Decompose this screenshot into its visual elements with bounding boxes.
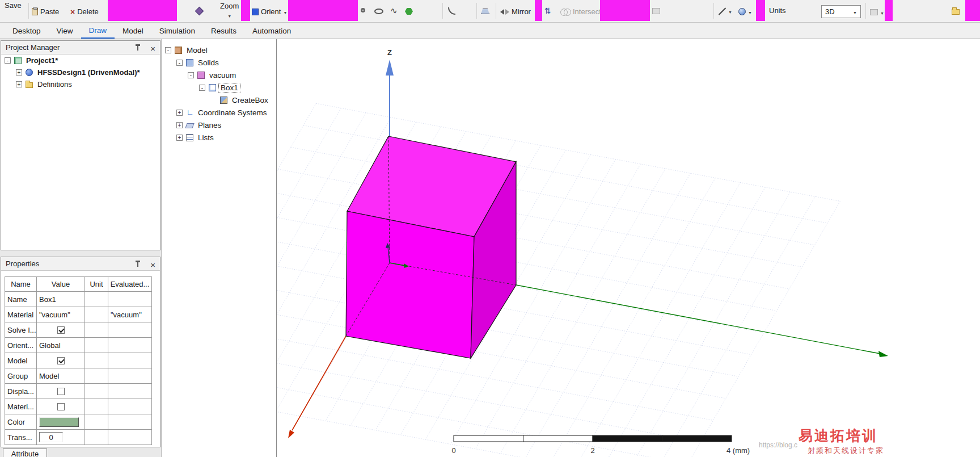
zoom-button[interactable]: Zoom [220,2,239,19]
tree-item-createbox[interactable]: CreateBox [162,94,276,106]
tree-label-coordinate-systems[interactable]: Coordinate Systems [196,108,269,117]
expand-icon[interactable]: + [16,69,22,76]
delete-button[interactable]: Delete [70,7,99,16]
tree-label-hfssdesign1-drivenmodal[interactable]: HFSSDesign1 (DrivenModal)* [36,68,142,77]
paste-icon [32,8,38,15]
collapse-icon[interactable]: - [5,57,11,64]
prop-value-group[interactable]: Model [37,368,85,384]
menu-view[interactable]: View [49,23,81,39]
draw-polyhedron-button[interactable] [405,8,413,15]
project-tree: -Project1*+HFSSDesign1 (DrivenModal)*+De… [1,54,160,250]
tree-item-solids[interactable]: -Solids [162,56,276,69]
collapse-icon[interactable]: - [165,47,171,53]
boolean-button[interactable] [652,8,660,14]
prop-row-displa: Displa... [5,384,152,399]
color-swatch[interactable] [39,417,79,427]
tree-item-vacuum[interactable]: -vacuum [162,69,276,81]
prop-evaluated [108,292,152,307]
intersect-button[interactable]: Intersect [560,7,601,16]
tree-item-project1[interactable]: -Project1* [1,54,160,66]
modeler-tool-button[interactable] [196,8,202,14]
tree-label-planes[interactable]: Planes [196,121,223,129]
checkbox-model[interactable] [57,357,65,364]
tree-label-definitions[interactable]: Definitions [36,80,74,89]
chevron-down-icon [728,7,732,15]
draw-spline-button[interactable] [390,6,398,16]
prop-value-solve-i[interactable] [37,322,85,338]
collapse-icon[interactable]: - [176,60,183,66]
tree-item-coordinate-systems[interactable]: +Coordinate Systems [162,106,276,119]
expand-icon[interactable]: + [176,135,183,141]
tree-item-model[interactable]: -Model [162,44,276,56]
prop-value-color[interactable] [37,414,85,430]
tree-item-definitions[interactable]: +Definitions [1,78,160,90]
createbox-icon [220,97,227,104]
expand-icon[interactable]: + [16,81,22,87]
prop-value-materi[interactable] [37,399,85,414]
prop-value-name[interactable]: Box1 [37,292,85,307]
tree-item-lists[interactable]: +Lists [162,131,276,144]
menu-results[interactable]: Results [203,23,244,39]
model-icon [175,47,182,54]
draw-ellipse-button[interactable] [374,9,383,14]
viewport-3d[interactable]: Z 0 2 4 (mm) https://blog.c 易迪拓培训 射频和天线设… [277,39,980,457]
scale-label-0: 0 [451,446,455,455]
prop-value-orient[interactable]: Global [37,338,85,353]
prop-value-displa[interactable] [37,384,85,399]
mirror-button[interactable]: Mirror [500,7,531,16]
checkbox-solve-i[interactable] [57,326,65,334]
prop-value-trans[interactable]: 0 [37,430,85,445]
prop-name: Material [5,307,37,322]
pin-icon[interactable] [135,261,141,267]
prop-value-model[interactable] [37,353,85,368]
tree-item-planes[interactable]: +Planes [162,119,276,131]
draw-line-button[interactable] [718,7,732,15]
menu-automation[interactable]: Automation [244,23,299,39]
tree-label-vacuum[interactable]: vacuum [208,71,238,79]
dimension-value: 3D [825,7,835,16]
dimension-select[interactable]: 3D [821,5,861,18]
checkbox-materi[interactable] [57,403,65,410]
tree-label-model[interactable]: Model [185,46,209,54]
orient-icon [252,9,259,15]
value-box-trans[interactable]: 0 [39,432,63,442]
tree-label-box1[interactable]: Box1 [219,83,240,92]
sweep-button[interactable] [481,9,489,14]
close-icon[interactable] [150,258,155,271]
3d-scene[interactable]: Z 0 2 4 (mm) [277,39,980,457]
tree-label-lists[interactable]: Lists [196,133,216,142]
menu-model[interactable]: Model [115,23,151,39]
toolbar-highlight-block [535,0,542,21]
tree-item-box1[interactable]: -Box1 [162,81,276,94]
tab-attribute[interactable]: Attribute [3,448,47,457]
tree-label-solids[interactable]: Solids [196,58,221,67]
tree-label-createbox[interactable]: CreateBox [230,96,270,104]
menu-desktop[interactable]: Desktop [5,23,49,39]
open-folder-button[interactable] [952,7,960,15]
orient-button[interactable]: Orient [252,7,287,16]
align-button[interactable] [544,6,551,15]
scale-bar-segment [593,435,662,442]
expand-icon[interactable]: + [176,122,183,128]
paste-button[interactable]: Paste [32,7,59,16]
view-options-button[interactable] [870,8,884,16]
tree-item-hfssdesign1-drivenmodal[interactable]: +HFSSDesign1 (DrivenModal)* [1,66,160,78]
menu-simulation[interactable]: Simulation [151,23,203,39]
box1-front-face[interactable] [346,211,474,358]
draw-torus-button[interactable] [361,8,365,12]
scale-label-2: 2 [590,446,594,455]
main-toolbar: Save Paste Delete Zoom Orient Mirror Int… [0,0,980,23]
prop-col-value: Value [37,277,85,292]
checkbox-displa[interactable] [57,388,65,395]
menu-draw[interactable]: Draw [81,23,115,39]
expand-icon[interactable]: + [176,110,183,116]
collapse-icon[interactable]: - [199,85,205,91]
collapse-icon[interactable]: - [188,72,194,78]
close-icon[interactable] [150,42,155,55]
pin-icon[interactable] [135,44,141,51]
draw-sphere-button[interactable] [738,7,752,16]
save-button[interactable]: Save [5,1,22,10]
prop-value-material[interactable]: "vacuum" [37,307,85,322]
draw-arc-button[interactable] [448,7,455,15]
tree-label-project1[interactable]: Project1* [24,56,60,65]
